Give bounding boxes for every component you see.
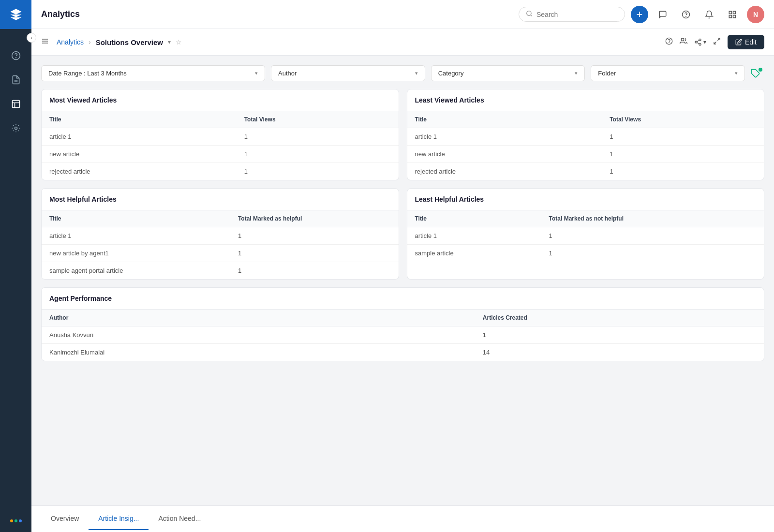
article-views: 1: [237, 146, 399, 163]
article-title: new article: [42, 146, 237, 163]
table-row: article 11: [407, 128, 764, 146]
article-title: sample article: [407, 245, 541, 262]
most-viewed-table: Title Total Views article 11new article1…: [42, 111, 399, 180]
tab-container: OverviewArticle Insig...Action Need...: [41, 508, 210, 530]
breadcrumb-bar: Analytics › Solutions Overview ▾ ☆ ▾ Edi…: [31, 29, 774, 56]
bottom-tabs: OverviewArticle Insig...Action Need...: [31, 505, 774, 532]
chat-icon-button[interactable]: [654, 6, 671, 23]
topbar: Analytics + N: [31, 0, 774, 29]
sidebar-bottom: [10, 519, 22, 532]
agent-performance-card: Agent Performance Author Articles Create…: [41, 287, 764, 361]
help-icon-button[interactable]: [677, 6, 695, 23]
article-title: article 1: [407, 128, 602, 146]
svg-rect-10: [729, 11, 731, 14]
search-box[interactable]: [519, 7, 625, 22]
sidebar: ›: [0, 0, 31, 532]
article-title: article 1: [407, 227, 541, 245]
least-viewed-col-views: Total Views: [602, 111, 764, 128]
most-viewed-card: Most Viewed Articles Title Total Views a…: [41, 89, 399, 180]
tab-article-insights[interactable]: Article Insig...: [89, 508, 149, 530]
sidebar-toggle[interactable]: ›: [27, 33, 36, 43]
table-row: new article1: [407, 146, 764, 163]
svg-point-9: [686, 16, 686, 16]
table-row: sample article1: [407, 245, 764, 262]
author-chevron-icon: ▾: [415, 70, 418, 76]
article-title: rejected article: [42, 163, 237, 180]
article-views: 1: [230, 245, 399, 262]
breadcrumb-actions: ▾ Edit: [665, 35, 764, 49]
least-helpful-table: Title Total Marked as not helpful articl…: [407, 210, 764, 262]
tab-action-needed[interactable]: Action Need...: [149, 508, 210, 530]
table-row: Kanimozhi Elumalai14: [42, 344, 764, 361]
breadcrumb-current: Solutions Overview: [96, 38, 163, 46]
agent-articles: 1: [475, 326, 764, 344]
svg-point-5: [15, 127, 17, 130]
sidebar-item-reports[interactable]: [0, 68, 31, 92]
menu-icon[interactable]: [41, 37, 49, 47]
table-row: sample agent portal article1: [42, 262, 399, 280]
avatar[interactable]: N: [747, 6, 764, 23]
article-title: rejected article: [407, 163, 602, 180]
help-circle-icon[interactable]: [665, 37, 673, 47]
most-viewed-col-title: Title: [42, 111, 237, 128]
search-input[interactable]: [536, 11, 618, 18]
sidebar-item-help[interactable]: [0, 44, 31, 68]
share-icon[interactable]: ▾: [694, 38, 706, 46]
tab-overview[interactable]: Overview: [41, 508, 89, 530]
svg-line-23: [697, 43, 700, 44]
add-button[interactable]: +: [631, 6, 648, 23]
date-range-chevron-icon: ▾: [255, 70, 258, 76]
dot-green: [15, 519, 17, 522]
breadcrumb-analytics[interactable]: Analytics: [57, 38, 84, 46]
svg-point-22: [699, 44, 701, 45]
edit-button[interactable]: Edit: [728, 35, 764, 49]
agent-performance-table: Author Articles Created Anusha Kovvuri1K…: [42, 310, 764, 361]
least-viewed-table: Title Total Views article 11new article1…: [407, 111, 764, 180]
svg-point-21: [695, 41, 697, 43]
sidebar-item-settings[interactable]: [0, 116, 31, 140]
app-logo[interactable]: [0, 0, 31, 29]
bell-icon-button[interactable]: [700, 6, 718, 23]
filter-tag-icon[interactable]: [751, 65, 764, 81]
table-row: new article by agent11: [42, 245, 399, 262]
folder-chevron-icon: ▾: [735, 70, 738, 76]
author-label: Author: [278, 70, 297, 77]
expand-icon[interactable]: [713, 37, 721, 47]
article-views: 1: [237, 128, 399, 146]
date-range-label: Date Range : Last 3 Months: [48, 70, 127, 77]
article-title: article 1: [42, 227, 230, 245]
app-title: Analytics: [41, 9, 513, 19]
article-views: 1: [230, 262, 399, 280]
least-viewed-col-title: Title: [407, 111, 602, 128]
least-helpful-card: Least Helpful Articles Title Total Marke…: [407, 188, 765, 280]
article-views: 1: [541, 245, 764, 262]
article-views: 1: [602, 163, 764, 180]
folder-filter[interactable]: Folder ▾: [591, 65, 745, 81]
category-label: Category: [438, 70, 464, 77]
sidebar-dots-indicator: [10, 519, 22, 522]
article-views: 1: [237, 163, 399, 180]
sidebar-item-analytics[interactable]: [0, 92, 31, 116]
svg-rect-12: [733, 15, 736, 17]
svg-line-26: [714, 42, 716, 44]
agent-articles: 14: [475, 344, 764, 361]
date-range-filter[interactable]: Date Range : Last 3 Months ▾: [41, 65, 265, 81]
author-filter[interactable]: Author ▾: [271, 65, 425, 81]
grid-icon-button[interactable]: [724, 6, 741, 23]
category-chevron-icon: ▾: [575, 70, 578, 76]
article-title: sample agent portal article: [42, 262, 230, 280]
agent-col-author: Author: [42, 310, 475, 326]
most-viewed-title: Most Viewed Articles: [42, 89, 399, 111]
category-filter[interactable]: Category ▾: [431, 65, 585, 81]
article-views: 1: [602, 128, 764, 146]
agent-col-articles: Articles Created: [475, 310, 764, 326]
article-views: 1: [541, 227, 764, 245]
least-helpful-col-views: Total Marked as not helpful: [541, 210, 764, 227]
article-views: 1: [602, 146, 764, 163]
most-helpful-card: Most Helpful Articles Title Total Marked…: [41, 188, 399, 280]
favorite-star-icon[interactable]: ☆: [176, 38, 182, 46]
dropdown-chevron-icon[interactable]: ▾: [168, 39, 171, 45]
content-area: Date Range : Last 3 Months ▾ Author ▾ Ca…: [31, 56, 774, 505]
svg-line-24: [697, 40, 700, 42]
users-icon[interactable]: [680, 37, 687, 47]
